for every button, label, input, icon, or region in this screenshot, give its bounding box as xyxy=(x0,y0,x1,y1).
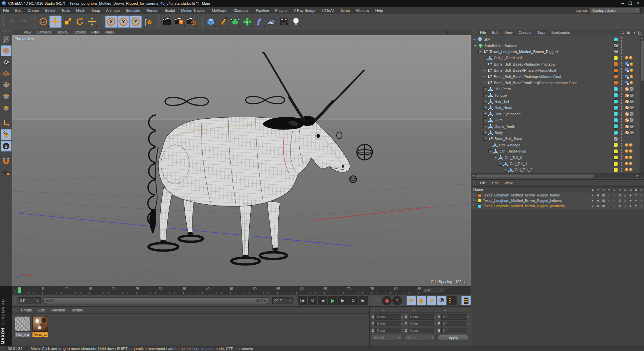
weight-tag-icon[interactable] xyxy=(625,106,629,110)
last-tool-button[interactable] xyxy=(86,16,98,28)
layer-color-chip[interactable] xyxy=(614,124,618,128)
visibility-dots[interactable] xyxy=(620,137,623,141)
layer-menu-view[interactable]: View xyxy=(502,180,516,186)
record-keyframe-button[interactable]: ⚬ xyxy=(372,296,382,305)
visibility-dot-red[interactable] xyxy=(621,59,622,60)
keyframe-selection-button[interactable]: ? xyxy=(392,296,402,305)
object-name[interactable]: Ctrl_Ribcage xyxy=(499,143,614,147)
layer-color-chip[interactable] xyxy=(614,37,618,42)
visibility-dot-red[interactable] xyxy=(621,170,622,172)
layer-d-icon[interactable]: ◈ xyxy=(628,204,633,208)
visibility-dot-gray[interactable] xyxy=(621,121,622,122)
material-menu-create[interactable]: Create xyxy=(18,307,35,313)
add-cube-button[interactable] xyxy=(205,16,217,28)
toolbar-grip[interactable] xyxy=(33,15,37,28)
menu-item-script[interactable]: Script xyxy=(337,7,353,14)
object-name[interactable]: Bone_Bull_BaseLPhalanxPrima.Goal xyxy=(494,62,614,66)
timeline-ruler[interactable]: 051015202530354045505560657075808590 0 F… xyxy=(12,286,471,294)
redo-button[interactable] xyxy=(18,16,30,28)
tree-row-ctrl-basepelvis[interactable]: −Ctrl_BasePelvis xyxy=(471,148,644,154)
layer-color-chip[interactable] xyxy=(614,137,618,141)
current-frame-field[interactable]: 0 F ▲▼ xyxy=(18,297,41,304)
previous-frame-button[interactable]: ◀ xyxy=(318,296,327,305)
make-preview-button[interactable] xyxy=(461,296,471,305)
layer-m-icon[interactable]: ⌐ xyxy=(606,204,612,208)
object-name[interactable]: Ctrl_BasePelvis xyxy=(500,149,614,153)
visibility-dots[interactable] xyxy=(620,131,623,135)
size-x-field[interactable]: 0 cm xyxy=(409,314,434,320)
end-frame-field[interactable]: 90 F ▲▼ xyxy=(272,297,293,304)
layer-e-icon[interactable]: ▼ xyxy=(633,199,639,202)
visibility-dot-gray[interactable] xyxy=(621,168,622,169)
tree-row-bone-bull-basefrontrlegphalangesmanus-goal[interactable]: L⁰Bone_Bull_BaseFrontRLegPhalangesManus.… xyxy=(471,80,644,86)
tree-row-bone-bull-baserphalanxprima-goal[interactable]: L⁰Bone_Bull_BaseRPhalanxPrima.Goal xyxy=(471,67,644,73)
ball-tag-icon[interactable] xyxy=(625,143,628,147)
visibility-dot-gray[interactable] xyxy=(621,40,622,42)
ball-tag-icon[interactable] xyxy=(630,75,633,78)
add-environment-button[interactable] xyxy=(266,16,278,28)
visibility-dot-gray[interactable] xyxy=(621,62,622,64)
visibility-dots[interactable] xyxy=(620,149,623,154)
layer-color-chip[interactable] xyxy=(614,106,618,110)
viewport-menu-view[interactable]: View xyxy=(21,29,34,35)
lock-y-axis-button[interactable]: Y xyxy=(117,16,130,28)
tex-tag-icon[interactable] xyxy=(630,118,634,122)
menu-item-help[interactable]: Help xyxy=(372,7,386,14)
visibility-dots[interactable] xyxy=(620,112,623,116)
stepper-icon[interactable]: ▲▼ xyxy=(441,289,443,292)
visibility-dot-gray[interactable] xyxy=(621,74,622,76)
up-arrow-icon[interactable]: ▲ xyxy=(632,30,637,35)
layer-a-icon[interactable]: ▤ xyxy=(617,204,622,208)
layer-e-icon[interactable]: ▼ xyxy=(633,204,639,208)
visibility-dots[interactable] xyxy=(620,56,623,60)
layer-color-chip[interactable] xyxy=(478,193,481,197)
add-icon[interactable]: + xyxy=(638,31,642,34)
tree-row-body[interactable]: +Body xyxy=(471,130,644,136)
ball-tag-icon[interactable] xyxy=(629,162,632,165)
magnet-tool-button[interactable] xyxy=(1,156,12,166)
menu-item-mesh[interactable]: Mesh xyxy=(73,7,88,14)
layer-l-icon[interactable]: ∩ xyxy=(612,193,617,197)
tree-row-sky[interactable]: Sky xyxy=(471,36,644,42)
ik-tag-icon[interactable] xyxy=(625,81,629,85)
add-subdivision-surface-button[interactable] xyxy=(229,16,241,28)
menu-item-plugins[interactable]: Plugins xyxy=(272,7,290,14)
visibility-dot-gray[interactable] xyxy=(621,49,622,51)
layer-m-icon[interactable]: ⌐ xyxy=(606,193,612,197)
tree-row-ctrl-tail-2[interactable]: −Ctrl_Tail_2 xyxy=(471,167,644,173)
add-deformer-button[interactable] xyxy=(253,16,266,28)
layer-color-chip[interactable] xyxy=(478,204,481,208)
visibility-dot-gray[interactable] xyxy=(621,143,622,144)
tex-tag-icon[interactable] xyxy=(630,93,634,97)
menu-item-character[interactable]: Character xyxy=(230,7,253,14)
timeline-grip[interactable] xyxy=(14,288,17,295)
menu-item-motion-tracker[interactable]: Motion Tracker xyxy=(178,7,209,14)
layer-s-icon[interactable]: ● xyxy=(590,199,595,202)
close-button[interactable]: × xyxy=(637,1,639,6)
goto-start-button[interactable]: |◀ xyxy=(298,296,307,305)
stepper-icon[interactable]: ▲▼ xyxy=(37,299,39,302)
play-backwards-button[interactable]: ↺ xyxy=(308,296,317,305)
material-item[interactable]: Texas_Lo xyxy=(32,316,49,337)
visibility-dot-gray[interactable] xyxy=(621,77,622,79)
object-name[interactable]: Gum xyxy=(495,118,614,122)
layer-s-icon[interactable]: ● xyxy=(590,204,595,208)
visibility-dot-gray[interactable] xyxy=(621,137,622,138)
weight-tag-icon[interactable] xyxy=(625,124,629,128)
object-tree-vertical-scrollbar[interactable]: ▲ xyxy=(640,36,644,173)
om-menu-tags[interactable]: Tags xyxy=(534,29,548,36)
viewport-menu-options[interactable]: Options xyxy=(71,29,89,35)
layer-e-icon[interactable]: ▼ xyxy=(633,193,639,197)
visibility-dot-gray[interactable] xyxy=(621,56,622,57)
autokey-button[interactable]: ◉ xyxy=(382,296,392,305)
rotation-h-field[interactable]: 0 ° xyxy=(441,314,467,320)
collapse-icon[interactable]: − xyxy=(478,50,482,53)
tree-row-bone-bull-baselphalanxprima-goal[interactable]: L⁰Bone_Bull_BaseLPhalanxPrima.Goal xyxy=(471,61,644,67)
live-selection-button[interactable] xyxy=(37,16,49,28)
menu-item-v-ray-bridge[interactable]: V-Ray Bridge xyxy=(291,7,319,14)
menu-item-pipeline[interactable]: Pipeline xyxy=(253,7,272,14)
panel-grip[interactable] xyxy=(14,308,17,312)
render-to-picture-viewer-button[interactable] xyxy=(173,16,185,28)
minimize-button[interactable]: – xyxy=(622,1,624,6)
visibility-dot-gray[interactable] xyxy=(621,131,622,132)
